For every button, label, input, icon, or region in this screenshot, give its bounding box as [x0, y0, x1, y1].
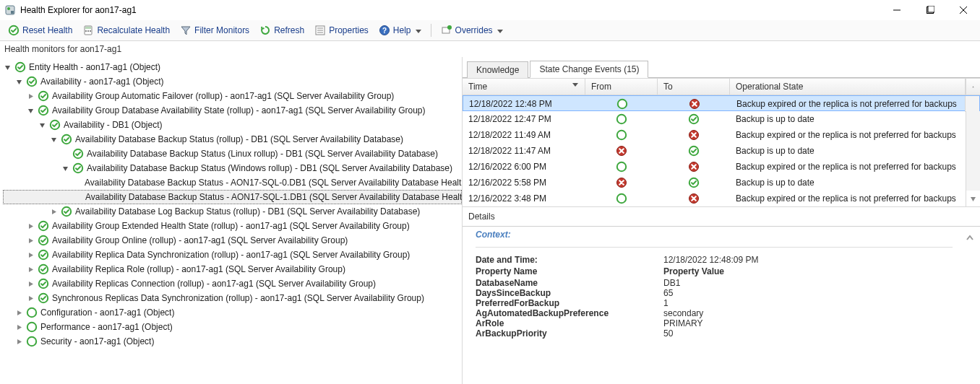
cell-op-state: Backup is up to date — [730, 113, 966, 126]
collapse-icon[interactable] — [38, 121, 46, 129]
help-label: Help — [393, 25, 411, 35]
tree-node[interactable]: Security - aon17-ag1 (Object) — [3, 334, 462, 349]
tree-node[interactable]: Availability Group Database Availability… — [3, 103, 462, 118]
tree-node[interactable]: Availability - aon17-ag1 (Object) — [3, 74, 462, 89]
expand-icon[interactable] — [26, 279, 35, 288]
scroll-down-button[interactable] — [966, 191, 980, 206]
col-to[interactable]: To — [658, 79, 730, 95]
reset-health-button[interactable]: Reset Health — [4, 22, 76, 38]
col-op-state[interactable]: Operational State — [730, 79, 966, 95]
grid-row[interactable]: 12/16/2022 6:00 PMBackup expired or the … — [463, 159, 980, 175]
expand-icon[interactable] — [14, 323, 23, 331]
tree-node[interactable]: Performance - aon17-ag1 (Object) — [3, 320, 462, 334]
prop-name: ArBackupPriority — [476, 328, 663, 339]
properties-button[interactable]: Properties — [311, 22, 372, 38]
col-time[interactable]: Time — [463, 79, 585, 95]
healthy-ring-icon — [616, 129, 627, 141]
overrides-label: Overrides — [455, 25, 493, 35]
context-divider — [476, 247, 953, 248]
check-icon — [8, 25, 20, 36]
datetime-value: 12/18/2022 12:48:09 PM — [663, 255, 953, 265]
grid-row[interactable]: 12/18/2022 12:48 PMBackup expired or the… — [463, 95, 980, 111]
expand-icon[interactable] — [49, 207, 58, 216]
tree-node[interactable]: Availability Group Automatic Failover (r… — [3, 89, 462, 103]
expand-icon[interactable] — [26, 265, 35, 274]
overrides-button[interactable]: Overrides — [437, 22, 507, 38]
close-button[interactable] — [947, 0, 980, 20]
tab-knowledge[interactable]: Knowledge — [467, 61, 528, 78]
tree-node-label: Performance - aon17-ag1 (Object) — [40, 322, 173, 332]
collapse-details-button[interactable] — [963, 231, 977, 245]
tree-node[interactable]: Availability Database Backup Status - AO… — [3, 190, 462, 204]
expand-icon[interactable] — [26, 294, 35, 302]
tree-node[interactable]: Availability Database Backup Status (Lin… — [3, 147, 462, 161]
recalculate-health-button[interactable]: Recalculate Health — [79, 22, 173, 38]
refresh-button[interactable]: Refresh — [256, 22, 308, 38]
tree-node[interactable]: Availability Database Backup Status (Win… — [3, 161, 462, 175]
tree-node-label: Availability Group Online (rollup) - aon… — [52, 235, 348, 245]
svg-rect-13 — [90, 30, 91, 32]
cell-to — [658, 97, 731, 111]
collapse-icon[interactable] — [61, 164, 69, 173]
collapse-icon[interactable] — [3, 63, 12, 71]
events-grid: Time From To Operational State 12/18/202… — [463, 78, 980, 207]
subheader: Health monitors for aon17-ag1 — [0, 41, 980, 57]
tree-node[interactable]: Availability Group Online (rollup) - aon… — [3, 233, 462, 248]
tree-node[interactable]: Entity Health - aon17-ag1 (Object) — [3, 60, 462, 74]
error-icon — [616, 145, 627, 157]
scrollbar-track — [965, 96, 979, 112]
svg-point-21 — [447, 25, 452, 30]
cell-op-state: Backup expired or the replica is not pre… — [731, 97, 965, 110]
grid-row[interactable]: 12/16/2022 5:58 PMBackup is up to date — [463, 175, 980, 191]
tree-node[interactable]: Availability Replica Data Synchronizatio… — [3, 248, 462, 262]
tree-node[interactable]: Availability Group Extended Health State… — [3, 219, 462, 233]
cell-from — [585, 160, 658, 174]
expand-icon[interactable] — [26, 236, 35, 245]
filter-label: Filter Monitors — [194, 25, 249, 35]
tree-node-label: Synchronous Replicas Data Synchronizatio… — [52, 293, 424, 303]
collapse-icon[interactable] — [49, 135, 58, 144]
monitor-tree[interactable]: Entity Health - aon17-ag1 (Object)Availa… — [0, 57, 463, 384]
grid-row[interactable]: 12/18/2022 12:47 PMBackup is up to date — [463, 111, 980, 127]
sort-desc-icon — [572, 82, 579, 92]
svg-rect-6 — [11, 11, 14, 14]
expand-icon[interactable] — [26, 222, 35, 230]
error-icon — [688, 193, 700, 204]
tab-state-change-events[interactable]: State Change Events (15) — [530, 61, 648, 78]
tree-node[interactable]: Availability Database Log Backup Status … — [3, 204, 462, 219]
grid-row[interactable]: 12/16/2022 3:48 PMBackup expired or the … — [463, 191, 980, 206]
healthy-icon — [26, 76, 38, 87]
tree-node[interactable]: Availability Replicas Connection (rollup… — [3, 276, 462, 291]
calc-icon — [82, 25, 94, 36]
tree-node[interactable]: Availability Replica Role (rollup) - aon… — [3, 262, 462, 276]
expand-icon[interactable] — [26, 250, 35, 259]
filter-monitors-button[interactable]: Filter Monitors — [176, 22, 253, 38]
scrollbar-track — [966, 127, 980, 143]
help-button[interactable]: ? Help — [375, 22, 425, 38]
prop-value: 65 — [663, 288, 953, 298]
tree-node[interactable]: Synchronous Replicas Data Synchronizatio… — [3, 291, 462, 305]
tree-node[interactable]: Availability - DB1 (Object) — [3, 118, 462, 132]
collapse-icon[interactable] — [26, 106, 35, 115]
tree-node[interactable]: Configuration - aon17-ag1 (Object) — [3, 305, 462, 320]
tree-node[interactable]: Availability Database Backup Status (rol… — [3, 132, 462, 147]
cell-op-state: Backup expired or the replica is not pre… — [730, 192, 966, 205]
grid-row[interactable]: 12/18/2022 11:49 AMBackup expired or the… — [463, 127, 980, 143]
minimize-button[interactable] — [880, 0, 914, 20]
healthy-icon — [72, 148, 84, 160]
expand-icon[interactable] — [14, 308, 23, 317]
col-time-label: Time — [468, 82, 487, 92]
expand-icon[interactable] — [26, 92, 35, 100]
scrollbar-track — [966, 143, 980, 159]
grid-row[interactable]: 12/18/2022 11:47 AMBackup is up to date — [463, 143, 980, 159]
collapse-icon[interactable] — [14, 77, 23, 86]
tree-node[interactable]: Availability Database Backup Status - AO… — [3, 175, 462, 190]
tree-node-label: Availability Group Automatic Failover (r… — [52, 91, 394, 101]
expand-icon[interactable] — [14, 337, 23, 346]
scroll-up-button[interactable] — [966, 79, 980, 95]
reset-health-label: Reset Health — [22, 25, 72, 35]
error-icon — [689, 98, 700, 110]
col-from[interactable]: From — [585, 79, 658, 95]
titlebar: Health Explorer for aon17-ag1 — [0, 0, 980, 20]
maximize-button[interactable] — [914, 0, 947, 20]
